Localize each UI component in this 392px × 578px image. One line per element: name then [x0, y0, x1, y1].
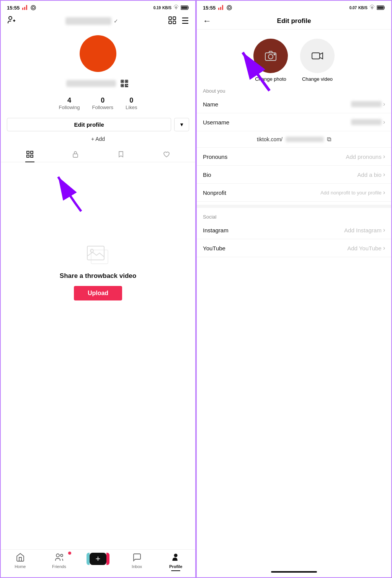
qr-icon[interactable]	[119, 78, 130, 89]
tiktok-username-blurred	[286, 137, 324, 142]
instagram-label: Instagram	[203, 227, 229, 233]
likes-stat[interactable]: 0 Likes	[126, 96, 137, 110]
svg-rect-2	[26, 5, 27, 10]
status-bar-right: 15:55 0.07 KB/S	[197, 1, 391, 13]
profile-nav-icon	[171, 553, 180, 563]
wifi-icon-left	[173, 5, 179, 11]
camera-photo-icon	[264, 49, 278, 63]
change-video-button[interactable]	[300, 39, 335, 73]
tab-bookmark[interactable]	[98, 147, 144, 162]
placeholder-image-icon	[86, 242, 110, 266]
svg-rect-35	[222, 5, 223, 10]
verified-icon: ✓	[114, 18, 118, 24]
upload-button[interactable]: Upload	[74, 286, 122, 300]
nonprofit-chevron: ›	[383, 189, 385, 196]
youtube-placeholder: Add YouTube	[347, 245, 382, 251]
edit-profile-header: ← Edit profile	[197, 13, 391, 29]
following-stat[interactable]: 4 Following	[59, 96, 80, 110]
pronouns-chevron: ›	[383, 153, 385, 160]
edit-profile-title: Edit profile	[277, 17, 311, 25]
battery-icon-left	[181, 5, 189, 10]
home-indicator-right	[197, 567, 391, 577]
dropdown-button[interactable]: ▼	[174, 118, 189, 131]
name-chevron: ›	[383, 101, 385, 108]
svg-rect-28	[91, 250, 108, 264]
change-photo-label: Change photo	[255, 76, 286, 82]
friends-badge	[68, 551, 72, 555]
nonprofit-row[interactable]: Nonprofit Add nonprofit to your profile …	[197, 184, 391, 202]
instagram-placeholder: Add Instagram	[344, 227, 382, 233]
home-icon	[16, 553, 25, 563]
svg-point-31	[60, 554, 63, 557]
nav-home[interactable]: Home	[1, 553, 40, 571]
settings-icon[interactable]	[168, 16, 177, 26]
svg-point-32	[174, 554, 177, 557]
username-blurred	[66, 80, 116, 87]
profile-tab-indicator	[171, 570, 180, 571]
nav-profile[interactable]: Profile	[156, 553, 195, 571]
nav-friends[interactable]: Friends	[40, 553, 79, 571]
empty-content: Share a throwback video Upload	[1, 165, 195, 369]
copy-icon[interactable]: ⧉	[327, 136, 331, 143]
svg-rect-6	[181, 7, 188, 9]
name-value: ›	[351, 101, 385, 108]
instagram-row[interactable]: Instagram Add Instagram ›	[197, 221, 391, 239]
camera-icon-left	[30, 5, 36, 11]
name-label: Name	[203, 101, 218, 108]
username-edit-row[interactable]: Username ›	[197, 113, 391, 131]
throwback-title: Share a throwback video	[60, 272, 136, 280]
add-bio-text[interactable]: + Add	[91, 136, 105, 142]
svg-rect-21	[27, 151, 29, 153]
svg-rect-18	[125, 84, 126, 85]
following-count: 4	[59, 96, 80, 104]
svg-rect-24	[31, 155, 33, 157]
plus-button[interactable]: +	[90, 553, 106, 565]
followers-label: Followers	[92, 104, 113, 110]
battery-icon-right	[377, 5, 385, 10]
following-label: Following	[59, 104, 80, 110]
youtube-chevron: ›	[383, 245, 385, 251]
signal-icon-right	[218, 5, 224, 11]
photo-video-row: Change photo Change video	[197, 29, 391, 85]
bottom-nav-left: Home Friends + Inbox Profile	[1, 549, 195, 577]
profile-avatar-container	[1, 35, 195, 72]
tab-locked[interactable]	[52, 147, 98, 162]
pronouns-placeholder: Add pronouns	[346, 153, 381, 160]
nav-friends-label: Friends	[52, 564, 66, 569]
tab-grid[interactable]	[7, 147, 52, 162]
svg-rect-20	[125, 86, 128, 87]
nonprofit-value: Add nonprofit to your profile ›	[320, 189, 385, 196]
add-friend-icon[interactable]	[7, 15, 16, 27]
youtube-row[interactable]: YouTube Add YouTube ›	[197, 239, 391, 257]
menu-icon[interactable]: ☰	[181, 16, 189, 26]
svg-rect-22	[31, 151, 33, 153]
add-bio-row: + Add	[1, 136, 195, 142]
pronouns-row[interactable]: Pronouns Add pronouns ›	[197, 148, 391, 166]
change-photo-button[interactable]	[253, 39, 288, 73]
edit-profile-button[interactable]: Edit profile	[7, 118, 171, 131]
camera-icon-right	[226, 5, 232, 11]
nav-plus[interactable]: +	[78, 553, 118, 571]
data-speed-right: 0.07	[350, 6, 357, 10]
youtube-label: YouTube	[203, 245, 225, 251]
username-row	[1, 78, 195, 89]
right-phone-panel: 15:55 0.07 KB/S ← Edit profile	[196, 0, 392, 578]
back-button[interactable]: ←	[203, 16, 211, 26]
svg-rect-9	[173, 17, 176, 20]
nav-inbox[interactable]: Inbox	[118, 553, 157, 571]
name-row[interactable]: Name ›	[197, 95, 391, 113]
bio-placeholder: Add a bio	[357, 171, 381, 178]
tiktok-link-prefix: tiktok.com/	[257, 136, 283, 142]
content-tabs	[1, 147, 195, 162]
data-speed-left: 0.19	[154, 6, 161, 10]
svg-point-30	[56, 554, 59, 557]
nav-username-blurred	[65, 17, 111, 25]
social-header: Social	[197, 211, 391, 221]
svg-rect-33	[218, 8, 219, 10]
wifi-icon-right	[369, 5, 375, 11]
bio-row[interactable]: Bio Add a bio ›	[197, 166, 391, 184]
tab-liked[interactable]	[144, 147, 189, 162]
tiktok-link-row[interactable]: tiktok.com/ ⧉	[197, 131, 391, 148]
followers-stat[interactable]: 0 Followers	[92, 96, 113, 110]
likes-label: Likes	[126, 104, 137, 110]
